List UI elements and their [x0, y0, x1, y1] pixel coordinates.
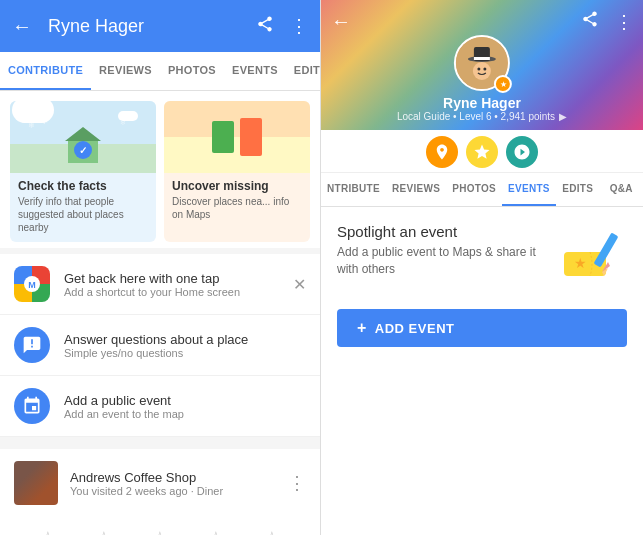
star-3[interactable]: ☆ [150, 527, 170, 535]
right-header: ← ⋮ [321, 0, 643, 130]
right-content: Spotlight an event Add a public event to… [321, 207, 643, 535]
questions-icon-circle [14, 327, 50, 363]
svg-text:★: ★ [574, 255, 587, 271]
svg-text:M: M [28, 280, 36, 290]
action-shortcut-text: Get back here with one tap Add a shortcu… [64, 271, 240, 298]
left-back-icon[interactable]: ← [12, 15, 32, 38]
badge-orange [426, 136, 458, 168]
star-2[interactable]: ☆ [94, 527, 114, 535]
action-questions-title: Answer questions about a place [64, 332, 248, 347]
left-title: Ryne Hager [48, 16, 240, 37]
svg-point-11 [478, 68, 481, 71]
tab-events[interactable]: EVENTS [224, 52, 286, 90]
play-icon[interactable]: ▶ [559, 111, 567, 122]
avatar-badge: ★ [494, 75, 512, 93]
event-title: Spotlight an event [337, 223, 547, 240]
uncover-card[interactable]: Uncover missing Discover places nea... i… [164, 101, 310, 242]
left-header: ← Ryne Hager ⋮ [0, 0, 320, 52]
rtab-photos[interactable]: PHOTOS [446, 173, 502, 206]
cards-row: ❄ ❄ ❄ ✓ Check the facts Verify info that… [0, 91, 320, 248]
badge-star-icon: ★ [500, 80, 507, 89]
event-desc: Add a public event to Maps & share it wi… [337, 244, 547, 278]
star-1[interactable]: ☆ [38, 527, 58, 535]
close-icon[interactable]: ✕ [293, 275, 306, 294]
tab-edits[interactable]: EDITS [286, 52, 321, 90]
right-share-icon[interactable] [581, 10, 599, 33]
stars-row: ☆ ☆ ☆ ☆ ☆ [0, 517, 320, 535]
uncover-text: Uncover missing Discover places nea... i… [164, 173, 310, 229]
badge-teal [506, 136, 538, 168]
rtab-reviews[interactable]: REVIEWS [386, 173, 446, 206]
star-5[interactable]: ☆ [262, 527, 282, 535]
right-panel: ← ⋮ [321, 0, 643, 535]
maps-icon: M [14, 266, 50, 302]
profile-section: ★ Ryne Hager Local Guide • Level 6 • 2,9… [397, 35, 567, 122]
check-facts-text: Check the facts Verify info that people … [10, 173, 156, 242]
action-shortcut-title: Get back here with one tap [64, 271, 240, 286]
svg-point-12 [484, 68, 487, 71]
right-header-controls: ← ⋮ [331, 10, 633, 33]
event-icon-circle [14, 388, 50, 424]
coffee-shop-row[interactable]: Andrews Coffee Shop You visited 2 weeks … [0, 443, 320, 517]
box-green-icon [212, 121, 234, 153]
left-panel: ← Ryne Hager ⋮ CONTRIBUTE REVIEWS PHOTOS… [0, 0, 321, 535]
check-facts-illustration: ❄ ❄ ❄ ✓ [10, 101, 156, 173]
add-event-label: Add event [375, 321, 455, 336]
star-4[interactable]: ☆ [206, 527, 226, 535]
badge-yellow [466, 136, 498, 168]
uncover-title: Uncover missing [172, 179, 302, 193]
event-header: Spotlight an event Add a public event to… [337, 223, 627, 293]
box-orange-icon [240, 118, 262, 156]
uncover-illustration [164, 101, 310, 173]
profile-sub: Local Guide • Level 6 • 2,941 points ▶ [397, 111, 567, 122]
svg-rect-9 [474, 57, 490, 60]
uncover-desc: Discover places nea... info on Maps [172, 195, 302, 221]
tab-photos[interactable]: PHOTOS [160, 52, 224, 90]
right-back-icon[interactable]: ← [331, 10, 351, 33]
action-event-title: Add a public event [64, 393, 184, 408]
check-facts-card[interactable]: ❄ ❄ ❄ ✓ Check the facts Verify info that… [10, 101, 156, 242]
rtab-contribute[interactable]: NTRIBUTE [321, 173, 386, 206]
coffee-name: Andrews Coffee Shop [70, 470, 223, 485]
add-event-button[interactable]: + Add event [337, 309, 627, 347]
add-event-plus-icon: + [357, 319, 367, 337]
action-shortcut[interactable]: M Get back here with one tap Add a short… [0, 254, 320, 315]
check-facts-desc: Verify info that people suggested about … [18, 195, 148, 234]
left-content: ❄ ❄ ❄ ✓ Check the facts Verify info that… [0, 91, 320, 535]
rtab-edits[interactable]: EDITS [556, 173, 600, 206]
avatar: ★ [454, 35, 510, 91]
event-text-area: Spotlight an event Add a public event to… [337, 223, 547, 278]
right-tabs: NTRIBUTE REVIEWS PHOTOS EVENTS EDITS Q&A [321, 173, 643, 207]
action-event[interactable]: Add a public event Add an event to the m… [0, 376, 320, 437]
check-badge: ✓ [74, 141, 92, 159]
profile-name: Ryne Hager [443, 95, 521, 111]
action-shortcut-sub: Add a shortcut to your Home screen [64, 286, 240, 298]
left-tabs: CONTRIBUTE REVIEWS PHOTOS EVENTS EDITS Q [0, 52, 320, 91]
left-more-icon[interactable]: ⋮ [290, 15, 308, 37]
action-questions[interactable]: Answer questions about a place Simple ye… [0, 315, 320, 376]
action-event-text: Add a public event Add an event to the m… [64, 393, 184, 420]
event-illustration: ★ [557, 223, 627, 293]
coffee-sub: You visited 2 weeks ago · Diner [70, 485, 223, 497]
check-facts-title: Check the facts [18, 179, 148, 193]
coffee-info: Andrews Coffee Shop You visited 2 weeks … [70, 470, 223, 497]
right-more-icon[interactable]: ⋮ [615, 11, 633, 33]
action-event-sub: Add an event to the map [64, 408, 184, 420]
action-questions-sub: Simple yes/no questions [64, 347, 248, 359]
coffee-thumbnail [14, 461, 58, 505]
rtab-events[interactable]: EVENTS [502, 173, 556, 206]
svg-point-10 [473, 62, 491, 80]
badges-row [321, 130, 643, 173]
tab-reviews[interactable]: REVIEWS [91, 52, 160, 90]
rtab-qa[interactable]: Q&A [599, 173, 643, 206]
tab-contribute[interactable]: CONTRIBUTE [0, 52, 91, 90]
action-questions-text: Answer questions about a place Simple ye… [64, 332, 248, 359]
coffee-more-icon[interactable]: ⋮ [288, 472, 306, 494]
left-share-icon[interactable] [256, 15, 274, 38]
